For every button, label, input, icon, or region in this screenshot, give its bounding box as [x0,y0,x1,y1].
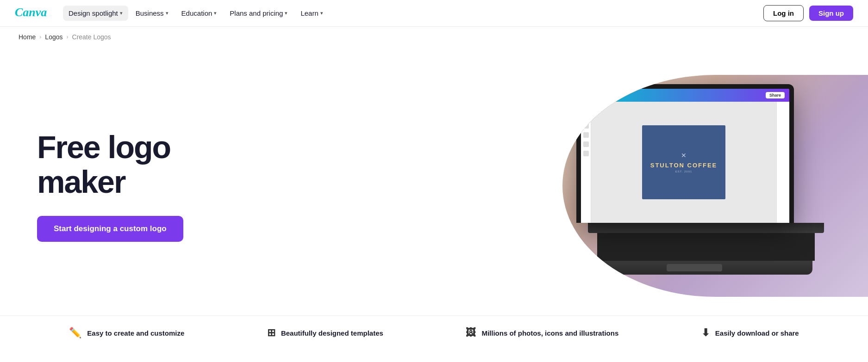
canva-share-button[interactable]: Share [766,92,785,98]
canva-editor-body: ✕ STULTON COFFEE EST. 2001 [581,102,789,223]
nav-business[interactable]: Business ▾ [130,6,174,21]
canva-editor: Canva Share [581,89,789,223]
laptop-screen-inner: Canva Share [581,89,789,223]
sidebar-icon-1 [583,104,589,110]
breadcrumb: Home › Logos › Create Logos [0,27,868,47]
feature-templates-label: Beautifully designed templates [281,329,383,337]
canva-topbar: Canva Share [581,89,789,102]
feature-create: ✏️ Easy to create and customize [69,327,184,339]
pencil-icon: ✏️ [69,327,81,339]
hero-right: Canva Share [553,75,868,297]
nav-design-spotlight[interactable]: Design spotlight ▾ [63,6,128,21]
feature-download-label: Easily download or share [715,329,799,337]
chevron-down-icon: ▾ [285,10,287,16]
feature-templates: ⊞ Beautifully designed templates [267,327,383,339]
laptop-base [588,223,824,233]
breadcrumb-separator: › [67,34,69,40]
breadcrumb-home[interactable]: Home [19,33,36,41]
feature-create-label: Easy to create and customize [87,329,184,337]
canva-canvas: ✕ STULTON COFFEE EST. 2001 [591,102,776,223]
hero-title: Free logo maker [37,130,259,199]
breadcrumb-logos[interactable]: Logos [45,33,62,41]
features-bar: ✏️ Easy to create and customize ⊞ Beauti… [0,315,868,350]
feature-photos: 🖼 Millions of photos, icons and illustra… [466,327,618,339]
sidebar-icon-3 [583,123,589,129]
hero-section: Free logo maker Start designing a custom… [0,47,868,306]
chevron-down-icon: ▾ [166,10,169,16]
signup-button[interactable]: Sign up [809,6,853,21]
breadcrumb-separator: › [39,34,41,40]
canva-sidebar [581,102,591,223]
download-icon: ⬇ [701,327,710,339]
cta-button[interactable]: Start designing a custom logo [37,216,183,242]
chevron-down-icon: ▾ [120,10,123,16]
laptop-mockup: Canva Share [576,84,836,278]
nav-plans-pricing[interactable]: Plans and pricing ▾ [224,6,293,21]
photo-icon: 🖼 [466,327,476,339]
sidebar-icon-4 [583,132,589,138]
nav-right: Log in Sign up [763,5,853,21]
template-icon: ⊞ [267,327,275,339]
feature-download: ⬇ Easily download or share [701,327,799,339]
sidebar-icon-2 [583,114,589,119]
canva-right-panel [776,102,789,223]
login-button[interactable]: Log in [763,5,804,21]
svg-text:Canva: Canva [15,6,47,19]
design-subtitle: EST. 2001 [675,170,693,173]
hero-left: Free logo maker Start designing a custom… [37,130,259,242]
canva-editor-logo: Canva [586,92,601,98]
design-card: ✕ STULTON COFFEE EST. 2001 [642,125,725,199]
laptop-trackpad [667,264,722,271]
main-nav: Canva Design spotlight ▾ Business ▾ Educ… [0,0,868,27]
laptop-keyboard [597,233,815,261]
nav-left: Canva Design spotlight ▾ Business ▾ Educ… [15,5,329,22]
design-title: STULTON COFFEE [650,162,718,169]
sidebar-icon-5 [583,141,589,147]
hero-background-shape: Canva Share [562,75,868,297]
canva-logo[interactable]: Canva [15,5,52,22]
laptop-screen: Canva Share [576,84,794,223]
breadcrumb-current: Create Logos [72,33,111,41]
chevron-down-icon: ▾ [214,10,217,16]
chevron-down-icon: ▾ [320,10,323,16]
feature-photos-label: Millions of photos, icons and illustrati… [481,329,618,337]
nav-learn[interactable]: Learn ▾ [295,6,328,21]
nav-education[interactable]: Education ▾ [176,6,223,21]
laptop-bottom [576,261,812,275]
sidebar-icon-6 [583,151,589,156]
design-crosshair: ✕ [681,152,687,159]
